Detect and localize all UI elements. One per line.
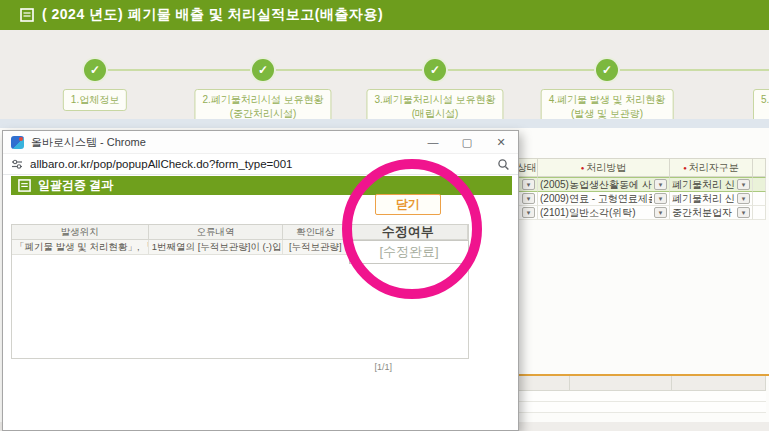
- col-header-fix-status: 수정여부: [348, 225, 468, 240]
- error-location: 「폐기물 발생 및 처리현황」, 「3. 발생및보관량」: [12, 240, 149, 255]
- handler-type-value: 폐기물처리 신고자: [672, 192, 735, 206]
- maximize-button[interactable]: ▢: [450, 131, 484, 153]
- handler-dropdown-icon[interactable]: ▾: [737, 207, 750, 218]
- lower-grid-header: [490, 376, 766, 391]
- popup-window-title: 올바로시스템 - Chrome: [31, 135, 416, 150]
- section-document-icon: [18, 179, 32, 193]
- step-sublabel: (발생 및 보관량): [549, 107, 666, 121]
- lower-grid-row: [490, 402, 766, 413]
- col-header-target: 확인대상: [283, 225, 348, 240]
- error-target: [누적보관량]: [283, 240, 348, 255]
- page-title-bar: ( 2024 년도) 폐기물 배출 및 처리실적보고(배출자용): [0, 0, 769, 30]
- required-icon: ●: [581, 165, 585, 171]
- col-header-method: ● 처리방법: [538, 159, 670, 177]
- step-label: 1.업체정보: [71, 93, 119, 107]
- step1-check-icon: ✓: [84, 59, 106, 81]
- handler-type-value: 폐기물처리 신고자: [672, 178, 735, 192]
- col-header-error: 오류내역: [149, 225, 284, 240]
- popup-title-bar[interactable]: 올바로시스템 - Chrome — ▢ ✕: [3, 131, 518, 154]
- error-detail: 1번째열의 [누적보관량]이 (-)입니다.: [149, 240, 284, 255]
- state-dropdown-icon[interactable]: ▾: [522, 193, 535, 204]
- result-header-row: 발생위치 오류내역 확인대상 수정여부: [12, 225, 468, 240]
- section-divider: [0, 119, 769, 128]
- col-header-label: 처리자구분: [689, 161, 739, 175]
- step-sublabel: (매립시설): [374, 107, 495, 121]
- step4-check-icon: ✓: [596, 59, 618, 81]
- stepper-step-1[interactable]: 1.업체정보: [63, 89, 127, 111]
- method-dropdown-icon[interactable]: ▾: [654, 179, 667, 190]
- popup-url-bar[interactable]: allbaro.or.kr/pop/popupAllCheck.do?form_…: [3, 154, 518, 175]
- step-sublabel: (중간처리시설): [202, 107, 323, 121]
- step-label: 3.폐기물처리시설 보유현황: [374, 93, 495, 107]
- page-title: ( 2024 년도) 폐기물 배출 및 처리실적보고(배출자용): [42, 6, 383, 24]
- method-value: (2009)연료 - 고형연료제품 제조: [540, 192, 652, 206]
- url-text[interactable]: allbaro.or.kr/pop/popupAllCheck.do?form_…: [30, 158, 490, 170]
- popup-section-header: 일괄검증 결과: [11, 176, 512, 195]
- step-label: 5.폐기물: [761, 93, 769, 107]
- minimize-button[interactable]: —: [416, 131, 450, 153]
- handler-type-value: 중간처분업자: [672, 206, 735, 220]
- method-value: (2005)농업생산활동에 사용(재)(: [540, 178, 652, 192]
- col-header-location: 발생위치: [12, 225, 149, 240]
- validation-result-table: 발생위치 오류내역 확인대상 수정여부 「폐기물 발생 및 처리현황」, 「3.…: [11, 224, 469, 359]
- method-value: (2101)일반소각(위탁): [540, 206, 652, 220]
- col-header-extra: [753, 159, 766, 177]
- step-label: 2.폐기물처리시설 보유현황: [202, 93, 323, 107]
- table-row[interactable]: ▾ (2101)일반소각(위탁) ▾ 중간처분업자 ▾: [490, 206, 766, 220]
- step-label: 4.폐기물 발생 및 처리현황: [549, 93, 666, 107]
- handler-dropdown-icon[interactable]: ▾: [737, 179, 750, 190]
- table-row[interactable]: ▾ (2009)연료 - 고형연료제품 제조 ▾ 폐기물처리 신고자 ▾: [490, 192, 766, 206]
- col-header-label: 처리방법: [586, 161, 626, 175]
- chrome-popup-window: 올바로시스템 - Chrome — ▢ ✕ allbaro.or.kr/pop/…: [2, 130, 519, 431]
- pagination-label: [1/1]: [336, 362, 392, 372]
- state-dropdown-icon[interactable]: ▾: [522, 179, 535, 190]
- site-settings-icon[interactable]: [11, 158, 23, 170]
- lower-grid-row: [490, 391, 766, 402]
- table-header-row: ● 성질·상태 ● 처리방법 ● 처리자구분: [490, 159, 766, 177]
- method-dropdown-icon[interactable]: ▾: [654, 207, 667, 218]
- section-title: 일괄검증 결과: [38, 177, 113, 194]
- close-button[interactable]: 닫기: [375, 194, 441, 215]
- waste-process-table: ● 성질·상태 ● 처리방법 ● 처리자구분 ▾ (2005)농업생산활동에 사…: [490, 158, 766, 220]
- popup-content: 일괄검증 결과 닫기 발생위치 오류내역 확인대상 수정여부 「폐기물 발생 및…: [3, 175, 518, 430]
- fix-complete-link[interactable]: [수정완료]: [349, 240, 469, 264]
- allbaro-favicon-icon: [11, 136, 24, 149]
- method-dropdown-icon[interactable]: ▾: [654, 193, 667, 204]
- step-sublabel: (: [761, 107, 769, 121]
- report-document-icon: [20, 8, 34, 22]
- required-icon: ●: [683, 165, 687, 171]
- state-dropdown-icon[interactable]: ▾: [522, 207, 535, 218]
- step3-check-icon: ✓: [424, 59, 446, 81]
- step2-check-icon: ✓: [252, 59, 274, 81]
- close-window-button[interactable]: ✕: [484, 131, 518, 153]
- zoom-search-icon[interactable]: [497, 158, 510, 171]
- handler-dropdown-icon[interactable]: ▾: [737, 193, 750, 204]
- col-header-handler-type: ● 처리자구분: [670, 159, 753, 177]
- table-row[interactable]: ▾ (2005)농업생산활동에 사용(재)( ▾ 폐기물처리 신고자 ▾: [490, 177, 766, 192]
